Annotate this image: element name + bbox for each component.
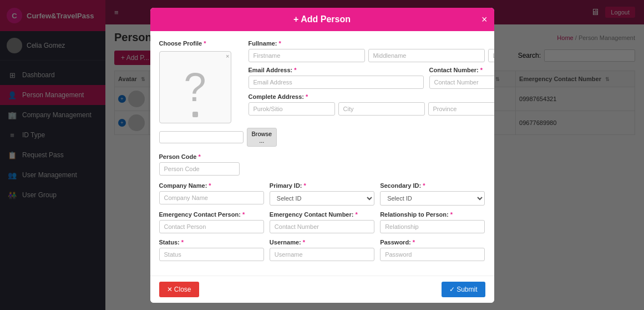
emergency-row: Emergency Contact Person: * Emergency Co… [159,211,485,233]
purok-input[interactable] [249,102,335,116]
email-contact-row: Email Address: * Contact Number: * [249,67,494,89]
modal-title: + Add Person [293,14,351,24]
emergency-number-group: Emergency Contact Number: * [270,211,374,233]
email-group: Email Address: * [249,67,424,89]
fullname-row [249,49,494,62]
browse-row: Browse ... [159,128,240,147]
username-group: Username: * [270,239,374,261]
profile-remove-icon[interactable]: × [226,53,229,59]
company-group: Company Name: * [159,182,264,206]
relationship-input[interactable] [380,220,485,233]
company-input[interactable] [159,191,264,204]
secondary-id-select[interactable]: Select ID School ID Philhealth ID SSS ID… [380,191,485,206]
fullname-label: Fullname: * [249,40,494,47]
file-path-input[interactable] [159,131,244,143]
status-group: Status: * [159,239,264,261]
secondary-id-group: Secondary ID: * Select ID School ID Phil… [380,182,485,206]
emergency-person-input[interactable] [159,220,264,233]
firstname-input[interactable] [249,49,365,62]
middlename-input[interactable] [368,49,485,62]
email-input[interactable] [249,76,424,89]
person-code-input[interactable] [159,162,240,176]
province-input[interactable] [428,102,494,116]
submit-button[interactable]: ✓ Submit [442,282,485,297]
city-input[interactable] [338,102,425,116]
address-row [249,102,494,116]
profile-section: Choose Profile * × ? Browse ... P [159,40,485,176]
address-label: Complete Address: * [249,93,494,100]
modal-close-button[interactable]: × [481,14,488,24]
right-fields: Fullname: * Email Address [249,40,494,176]
status-label: Status: * [159,239,264,246]
profile-placeholder-dot [192,112,198,117]
status-input[interactable] [159,248,264,261]
password-input[interactable] [380,248,485,261]
password-group: Password: * [380,239,485,261]
add-person-modal: + Add Person × Choose Profile * × ? [150,8,494,303]
emergency-person-group: Emergency Contact Person: * [159,211,264,233]
contact-group: Contact Number: * [429,67,494,89]
modal-overlay: + Add Person × Choose Profile * × ? [0,0,644,310]
primary-id-select[interactable]: Select ID School ID Philhealth ID SSS ID… [270,191,374,206]
primary-id-label: Primary ID: * [270,182,374,189]
profile-upload-box: × ? [159,51,231,123]
company-label: Company Name: * [159,182,264,189]
person-code-group: Person Code * [159,153,240,176]
profile-placeholder-icon: ? [184,67,206,107]
modal-header: + Add Person × [150,8,494,31]
modal-body: Choose Profile * × ? Browse ... P [150,31,494,276]
emergency-number-input[interactable] [270,220,374,233]
address-group: Complete Address: * [249,93,494,116]
modal-footer: ✕ Close ✓ Submit [150,276,494,303]
relationship-label: Relationship to Person: * [380,211,485,218]
company-id-row: Company Name: * Primary ID: * Select ID … [159,182,485,206]
primary-id-group: Primary ID: * Select ID School ID Philhe… [270,182,374,206]
relationship-group: Relationship to Person: * [380,211,485,233]
contact-label: Contact Number: * [429,67,494,73]
credentials-row: Status: * Username: * Password: * [159,239,485,261]
emergency-person-label: Emergency Contact Person: * [159,211,264,218]
password-label: Password: * [380,239,485,246]
lastname-input[interactable] [488,49,494,62]
emergency-number-label: Emergency Contact Number: * [270,211,374,218]
secondary-id-label: Secondary ID: * [380,182,485,189]
username-input[interactable] [270,248,374,261]
username-label: Username: * [270,239,374,246]
choose-profile-label: Choose Profile * [159,40,240,47]
fullname-group: Fullname: * [249,40,494,62]
email-label: Email Address: * [249,67,424,73]
contact-input[interactable] [429,76,494,89]
profile-left: Choose Profile * × ? Browse ... P [159,40,240,176]
close-button[interactable]: ✕ Close [159,282,199,297]
person-code-label: Person Code * [159,153,240,160]
